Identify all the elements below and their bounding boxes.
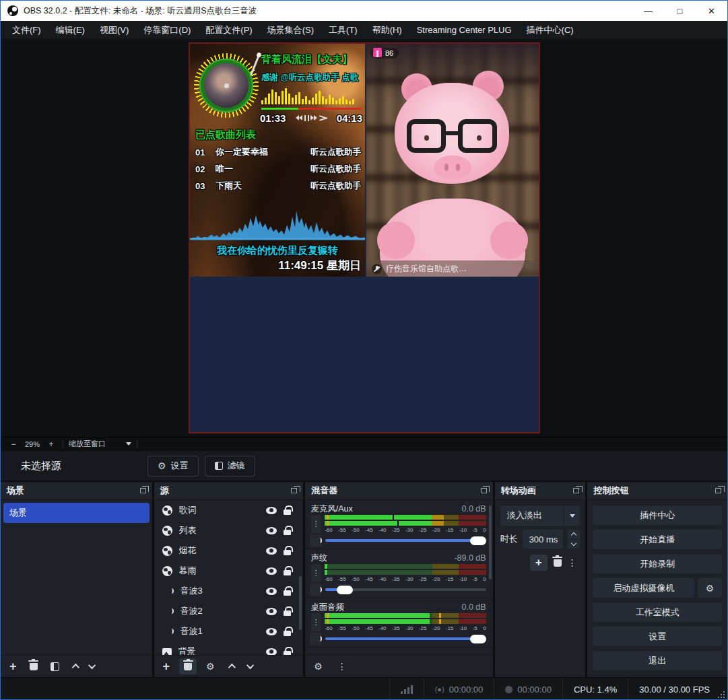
popout-icon[interactable] (715, 488, 721, 493)
visibility-icon[interactable] (266, 567, 277, 575)
remove-transition-button[interactable] (554, 559, 562, 567)
channel-options-handle[interactable]: ⋮ (311, 613, 321, 631)
menu-item-5[interactable]: 场景集合(S) (260, 21, 321, 39)
mute-button[interactable] (310, 584, 322, 596)
next-icon (310, 115, 318, 121)
source-row-7[interactable]: 背景 (154, 641, 304, 655)
move-scene-down-button[interactable] (88, 662, 95, 669)
scene-filters-button[interactable] (51, 662, 59, 671)
control-button-3[interactable]: 启动虚拟摄像机 (593, 578, 694, 598)
zoom-in-button[interactable]: + (45, 440, 57, 449)
source-properties-button[interactable]: ⚙ (206, 661, 215, 672)
scene-list-item[interactable]: 场景 (3, 503, 150, 523)
move-source-down-button[interactable] (246, 662, 254, 669)
source-row-3[interactable]: 暮雨 (154, 561, 304, 581)
source-row-5[interactable]: 音波2 (154, 601, 304, 621)
lock-icon[interactable] (284, 651, 291, 656)
move-source-up-button[interactable] (228, 664, 235, 671)
menu-item-3[interactable]: 停靠窗口(D) (136, 21, 198, 39)
remove-scene-button[interactable] (30, 663, 38, 670)
fit-to-window[interactable]: 缩放至窗口 (69, 439, 106, 449)
mixer-menu-button[interactable]: ⋮ (337, 663, 347, 670)
lock-icon[interactable] (284, 631, 291, 636)
remove-source-button[interactable] (179, 658, 197, 674)
sources-scrollbar[interactable] (299, 576, 302, 630)
source-row-6[interactable]: 音波1 (154, 621, 304, 641)
menu-item-6[interactable]: 工具(T) (321, 21, 365, 39)
zoom-out-button[interactable]: − (7, 440, 20, 449)
menu-item-4[interactable]: 配置文件(P) (198, 21, 259, 39)
lock-icon[interactable] (284, 530, 291, 535)
scene-preview[interactable]: 背着风流泪【文夫】 感谢 @听云点歌助手 点歌 01:33 04:13 已点歌曲… (189, 42, 540, 433)
record-icon (505, 686, 512, 693)
visibility-icon[interactable] (266, 608, 277, 615)
menu-item-2[interactable]: 视图(V) (92, 21, 136, 39)
menu-item-7[interactable]: 帮助(H) (365, 21, 409, 39)
transition-select[interactable]: 淡入淡出 (500, 505, 581, 526)
lock-icon[interactable] (284, 510, 291, 515)
lock-icon[interactable] (284, 590, 291, 596)
channel-options-handle[interactable]: ⋮ (311, 564, 321, 582)
add-source-button[interactable]: + (163, 660, 170, 672)
source-row-0[interactable]: 歌词 (154, 500, 304, 520)
channel-options-handle[interactable]: ⋮ (311, 515, 321, 533)
popout-icon[interactable] (481, 488, 487, 493)
menu-bar: 文件(F)编辑(E)视图(V)停靠窗口(D)配置文件(P)场景集合(S)工具(T… (1, 21, 727, 40)
resize-grip[interactable] (718, 691, 725, 698)
volume-slider[interactable] (325, 588, 486, 591)
popout-icon[interactable] (291, 488, 297, 493)
properties-button[interactable]: ⚙ 设置 (147, 456, 199, 477)
duration-input[interactable]: 300 ms (523, 530, 564, 549)
mute-button[interactable] (310, 633, 322, 645)
visibility-icon[interactable] (266, 507, 277, 514)
source-row-1[interactable]: 列表 (154, 520, 304, 540)
visibility-icon[interactable] (266, 628, 277, 635)
control-button-6[interactable]: 退出 (593, 651, 722, 670)
control-button-2[interactable]: 开始录制 (593, 554, 722, 573)
mute-button[interactable] (310, 534, 322, 547)
visibility-icon[interactable] (266, 588, 277, 595)
virtual-camera-config-button[interactable]: ⚙ (698, 578, 722, 598)
popout-icon[interactable] (140, 488, 146, 493)
source-row-4[interactable]: 音波3 (154, 581, 304, 601)
add-transition-button[interactable]: + (530, 555, 548, 571)
control-button-0[interactable]: 插件中心 (593, 505, 722, 525)
volume-slider[interactable] (325, 539, 486, 542)
filters-button[interactable]: 滤镜 (205, 456, 255, 477)
add-scene-button[interactable]: + (9, 660, 17, 672)
move-scene-up-button[interactable] (71, 664, 79, 671)
audio-source-icon (162, 627, 174, 635)
source-row-2[interactable]: 烟花 (154, 540, 304, 561)
control-button-4[interactable]: 工作室模式 (593, 602, 722, 622)
preview-canvas[interactable]: 背着风流泪【文夫】 感谢 @听云点歌助手 点歌 01:33 04:13 已点歌曲… (1, 40, 727, 437)
menu-item-8[interactable]: Streaming Center PLUG (409, 21, 519, 39)
advanced-audio-button[interactable]: ⚙ (314, 661, 323, 672)
guest-caption-bar: 疗伤音乐馆自助点歌… (366, 260, 539, 277)
close-button[interactable]: ✕ (696, 1, 727, 21)
menu-item-1[interactable]: 编辑(E) (48, 21, 92, 39)
visibility-icon[interactable] (266, 648, 277, 656)
control-button-5[interactable]: 设置 (593, 627, 722, 646)
minimize-button[interactable]: — (632, 1, 664, 21)
duration-down-button[interactable] (568, 540, 580, 549)
lock-icon[interactable] (284, 570, 291, 575)
menu-item-9[interactable]: 插件中心(C) (519, 21, 581, 39)
popout-icon[interactable] (573, 488, 579, 493)
visibility-icon[interactable] (266, 547, 277, 555)
control-button-1[interactable]: 开始直播 (593, 530, 722, 549)
scenes-dock: 场景 场景 + (1, 482, 152, 677)
lock-icon[interactable] (284, 610, 291, 616)
maximize-button[interactable]: □ (664, 1, 696, 21)
lock-icon[interactable] (284, 550, 291, 555)
broadcast-icon: (●) (435, 685, 444, 693)
volume-slider[interactable] (325, 637, 486, 640)
chevron-down-icon[interactable] (126, 442, 131, 446)
network-status (389, 678, 424, 700)
menu-item-0[interactable]: 文件(F) (5, 21, 48, 39)
mixer-scrollbar[interactable] (489, 505, 492, 580)
transitions-dock: 转场动画 淡入淡出 时长 300 ms + ⋮ (495, 482, 586, 677)
visibility-icon[interactable] (266, 527, 277, 534)
time-total: 04:13 (337, 112, 362, 124)
duration-up-button[interactable] (568, 530, 580, 539)
transition-menu-button[interactable]: ⋮ (568, 559, 577, 566)
